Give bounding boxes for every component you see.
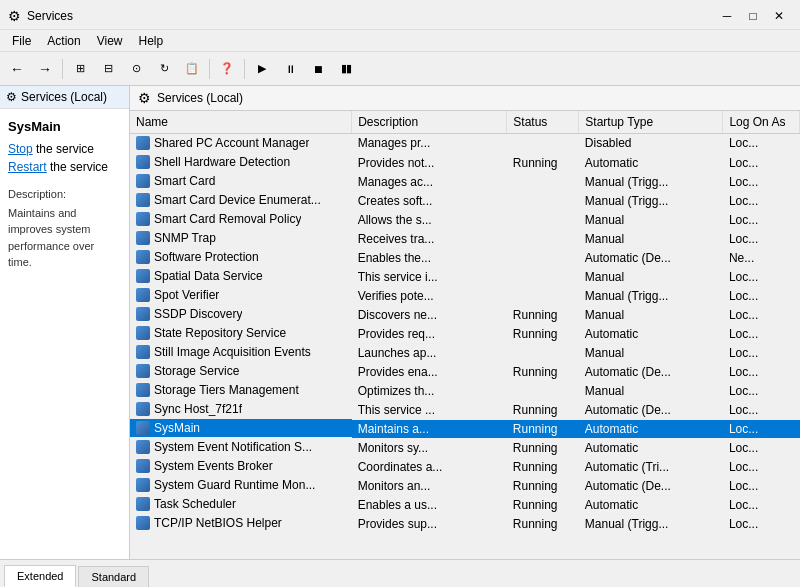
cell-startup: Automatic (De... bbox=[579, 476, 723, 495]
cell-logon: Loc... bbox=[723, 438, 800, 457]
cell-logon: Loc... bbox=[723, 476, 800, 495]
cell-status bbox=[507, 286, 579, 305]
restart-action: Restart the service bbox=[8, 160, 121, 174]
scope-button[interactable]: ⊟ bbox=[95, 56, 121, 82]
services-local-label: Services (Local) bbox=[21, 90, 107, 104]
cell-startup: Automatic (De... bbox=[579, 400, 723, 419]
cell-name: State Repository Service bbox=[130, 324, 352, 343]
forward-button[interactable]: → bbox=[32, 56, 58, 82]
cell-description: Creates soft... bbox=[352, 191, 507, 210]
cell-name: Spot Verifier bbox=[130, 286, 352, 305]
col-status[interactable]: Status bbox=[507, 111, 579, 134]
col-startup[interactable]: Startup Type bbox=[579, 111, 723, 134]
cell-startup: Manual (Trigg... bbox=[579, 286, 723, 305]
service-icon bbox=[136, 364, 150, 378]
cell-description: Provides not... bbox=[352, 153, 507, 172]
cell-status bbox=[507, 172, 579, 191]
service-icon bbox=[136, 478, 150, 492]
service-icon bbox=[136, 136, 150, 150]
restart-link[interactable]: Restart bbox=[8, 160, 47, 174]
cell-description: Provides ena... bbox=[352, 362, 507, 381]
table-row[interactable]: Task SchedulerEnables a us...RunningAuto… bbox=[130, 495, 800, 514]
cell-name: Still Image Acquisition Events bbox=[130, 343, 352, 362]
cell-description: Enables a us... bbox=[352, 495, 507, 514]
col-description[interactable]: Description bbox=[352, 111, 507, 134]
cell-startup: Automatic bbox=[579, 324, 723, 343]
table-row[interactable]: TCP/IP NetBIOS HelperProvides sup...Runn… bbox=[130, 514, 800, 533]
services-table-container[interactable]: Name Description Status Startup Type Log… bbox=[130, 111, 800, 559]
cell-logon: Loc... bbox=[723, 457, 800, 476]
cell-startup: Manual bbox=[579, 267, 723, 286]
service-icon bbox=[136, 497, 150, 511]
menu-action[interactable]: Action bbox=[39, 32, 88, 50]
cell-startup: Automatic bbox=[579, 495, 723, 514]
restart-service-button[interactable]: ▮▮ bbox=[333, 56, 359, 82]
table-row[interactable]: Smart CardManages ac...Manual (Trigg...L… bbox=[130, 172, 800, 191]
cell-logon: Loc... bbox=[723, 229, 800, 248]
cell-name-text: Smart Card Device Enumerat... bbox=[154, 193, 321, 207]
start-service-button[interactable]: ▶ bbox=[249, 56, 275, 82]
cell-name-text: System Event Notification S... bbox=[154, 440, 312, 454]
table-row[interactable]: Software ProtectionEnables the...Automat… bbox=[130, 248, 800, 267]
cell-description: Provides req... bbox=[352, 324, 507, 343]
cell-status bbox=[507, 267, 579, 286]
table-row[interactable]: Sync Host_7f21fThis service ...RunningAu… bbox=[130, 400, 800, 419]
cell-logon: Loc... bbox=[723, 362, 800, 381]
cell-name: SSDP Discovery bbox=[130, 305, 352, 324]
cell-status: Running bbox=[507, 476, 579, 495]
col-logon[interactable]: Log On As bbox=[723, 111, 800, 134]
cell-name-text: Shell Hardware Detection bbox=[154, 155, 290, 169]
back-button[interactable]: ← bbox=[4, 56, 30, 82]
right-panel: ⚙ Services (Local) Name Description Stat… bbox=[130, 86, 800, 559]
table-row[interactable]: State Repository ServiceProvides req...R… bbox=[130, 324, 800, 343]
cell-name-text: Storage Service bbox=[154, 364, 239, 378]
menu-help[interactable]: Help bbox=[131, 32, 172, 50]
tab-standard[interactable]: Standard bbox=[78, 566, 149, 587]
table-row[interactable]: Smart Card Removal PolicyAllows the s...… bbox=[130, 210, 800, 229]
show-hide-button[interactable]: ⊞ bbox=[67, 56, 93, 82]
table-row[interactable]: Storage Tiers ManagementOptimizes th...M… bbox=[130, 381, 800, 400]
cell-description: Launches ap... bbox=[352, 343, 507, 362]
menu-file[interactable]: File bbox=[4, 32, 39, 50]
cell-name: SysMain bbox=[130, 419, 352, 438]
cell-name: Sync Host_7f21f bbox=[130, 400, 352, 419]
table-row[interactable]: SSDP DiscoveryDiscovers ne...RunningManu… bbox=[130, 305, 800, 324]
cell-status bbox=[507, 191, 579, 210]
menu-view[interactable]: View bbox=[89, 32, 131, 50]
service-icon bbox=[136, 212, 150, 226]
cell-startup: Automatic (De... bbox=[579, 362, 723, 381]
refresh-button[interactable]: ↻ bbox=[151, 56, 177, 82]
col-name[interactable]: Name bbox=[130, 111, 352, 134]
table-row[interactable]: System Guard Runtime Mon...Monitors an..… bbox=[130, 476, 800, 495]
cell-logon: Loc... bbox=[723, 134, 800, 154]
table-row[interactable]: System Events BrokerCoordinates a...Runn… bbox=[130, 457, 800, 476]
table-row[interactable]: Shared PC Account ManagerManages pr...Di… bbox=[130, 134, 800, 154]
table-row[interactable]: SysMainMaintains a...RunningAutomaticLoc… bbox=[130, 419, 800, 438]
minimize-button[interactable]: ─ bbox=[714, 6, 740, 26]
table-row[interactable]: Still Image Acquisition EventsLaunches a… bbox=[130, 343, 800, 362]
cell-logon: Loc... bbox=[723, 286, 800, 305]
table-row[interactable]: Shell Hardware DetectionProvides not...R… bbox=[130, 153, 800, 172]
cell-startup: Automatic (Tri... bbox=[579, 457, 723, 476]
help-button[interactable]: ❓ bbox=[214, 56, 240, 82]
tab-extended[interactable]: Extended bbox=[4, 565, 76, 587]
table-row[interactable]: SNMP TrapReceives tra...ManualLoc... bbox=[130, 229, 800, 248]
cell-logon: Ne... bbox=[723, 248, 800, 267]
table-row[interactable]: Smart Card Device Enumerat...Creates sof… bbox=[130, 191, 800, 210]
stop-service-button[interactable]: ⏹ bbox=[305, 56, 331, 82]
maximize-button[interactable]: □ bbox=[740, 6, 766, 26]
table-row[interactable]: System Event Notification S...Monitors s… bbox=[130, 438, 800, 457]
services-local-nav[interactable]: ⚙ Services (Local) bbox=[0, 86, 129, 109]
cell-status bbox=[507, 381, 579, 400]
export-button[interactable]: ⊙ bbox=[123, 56, 149, 82]
properties-button[interactable]: 📋 bbox=[179, 56, 205, 82]
close-button[interactable]: ✕ bbox=[766, 6, 792, 26]
table-row[interactable]: Spot VerifierVerifies pote...Manual (Tri… bbox=[130, 286, 800, 305]
service-icon bbox=[136, 250, 150, 264]
service-icon bbox=[136, 402, 150, 416]
cell-name: Smart Card Removal Policy bbox=[130, 210, 352, 229]
pause-service-button[interactable]: ⏸ bbox=[277, 56, 303, 82]
table-row[interactable]: Spatial Data ServiceThis service i...Man… bbox=[130, 267, 800, 286]
table-row[interactable]: Storage ServiceProvides ena...RunningAut… bbox=[130, 362, 800, 381]
stop-link[interactable]: Stop bbox=[8, 142, 33, 156]
